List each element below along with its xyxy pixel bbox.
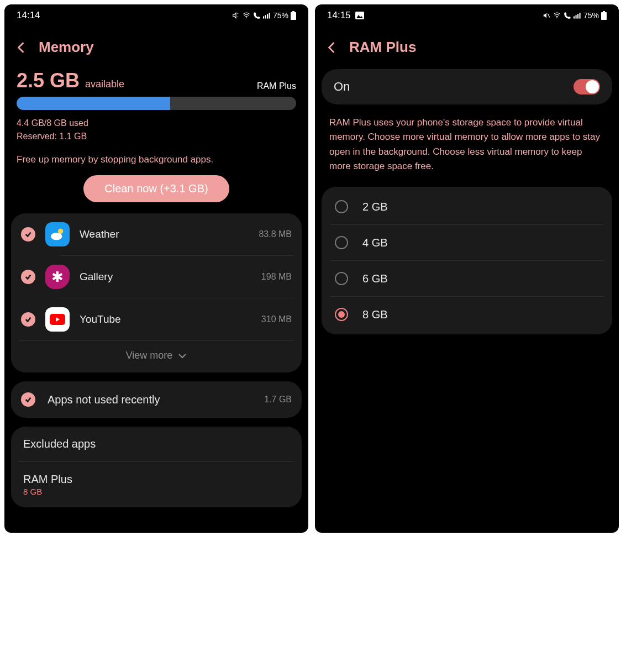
checkbox-icon[interactable]	[21, 270, 35, 284]
svg-rect-19	[601, 12, 607, 20]
call-icon	[253, 12, 261, 19]
app-name: Gallery	[80, 271, 251, 283]
svg-rect-1	[263, 16, 264, 18]
memory-hint: Free up memory by stopping background ap…	[17, 154, 296, 165]
battery-icon	[601, 11, 607, 20]
apps-card: Weather 83.8 MB ✱ Gallery 198 MB YouTube…	[11, 213, 302, 372]
status-bar: 14:14 75%	[4, 4, 308, 23]
setting-excluded-apps[interactable]: Excluded apps	[19, 427, 294, 461]
phone-ramplus: 14:15 75% RAM Plus On RAM Plus uses your…	[315, 4, 619, 533]
weather-icon	[45, 222, 70, 246]
memory-used-text: 4.4 GB/8 GB used	[17, 117, 296, 130]
back-button[interactable]	[327, 41, 339, 54]
radio-option-6gb[interactable]: 6 GB	[330, 261, 603, 297]
settings-card: Excluded apps RAM Plus 8 GB	[11, 427, 302, 507]
svg-rect-2	[265, 15, 266, 18]
app-size: 198 MB	[261, 272, 292, 282]
svg-rect-18	[603, 11, 605, 12]
memory-bar-fill	[17, 97, 170, 110]
ramplus-description: RAM Plus uses your phone's storage space…	[315, 116, 619, 187]
memory-bar	[17, 97, 296, 110]
svg-rect-6	[291, 12, 296, 20]
radio-icon	[335, 236, 348, 249]
radio-icon-selected	[335, 308, 348, 321]
call-icon	[564, 12, 571, 19]
back-button[interactable]	[17, 41, 29, 54]
radio-option-4gb[interactable]: 4 GB	[330, 225, 603, 261]
app-row-weather[interactable]: Weather 83.8 MB	[19, 213, 294, 255]
svg-rect-17	[579, 13, 580, 18]
page-title: RAM Plus	[349, 39, 416, 56]
status-time: 14:15	[327, 10, 351, 21]
app-row-youtube[interactable]: YouTube 310 MB	[19, 298, 294, 340]
battery-icon	[291, 11, 296, 20]
page-title: Memory	[39, 39, 94, 56]
svg-rect-5	[292, 11, 294, 12]
app-size: 310 MB	[261, 314, 292, 324]
youtube-icon	[45, 307, 70, 332]
mute-icon	[543, 12, 550, 19]
chevron-down-icon	[178, 353, 187, 359]
svg-rect-15	[575, 15, 576, 18]
svg-rect-14	[574, 16, 575, 18]
gallery-icon: ✱	[45, 265, 70, 289]
image-icon	[355, 12, 364, 19]
svg-rect-4	[269, 13, 270, 18]
phone-memory: 14:14 75% Memory 2.5 GB available RAM Pl…	[4, 4, 308, 533]
radio-icon	[335, 200, 348, 213]
not-used-card[interactable]: Apps not used recently 1.7 GB	[11, 381, 302, 418]
setting-ram-plus[interactable]: RAM Plus 8 GB	[19, 461, 294, 507]
svg-rect-3	[267, 14, 268, 18]
svg-point-0	[246, 17, 247, 18]
signal-icon	[574, 12, 581, 19]
checkbox-icon[interactable]	[21, 392, 35, 407]
app-size: 83.8 MB	[259, 229, 292, 239]
svg-point-8	[51, 233, 62, 240]
memory-reserved-text: Reserved: 1.1 GB	[17, 130, 296, 143]
radio-icon	[335, 272, 348, 285]
status-battery: 75%	[273, 11, 288, 20]
header: RAM Plus	[315, 23, 619, 69]
view-more-button[interactable]: View more	[19, 340, 294, 372]
radio-option-8gb[interactable]: 8 GB	[330, 297, 603, 332]
toggle-card[interactable]: On	[322, 69, 612, 104]
app-row-gallery[interactable]: ✱ Gallery 198 MB	[19, 256, 294, 298]
wifi-icon	[553, 12, 561, 19]
checkbox-icon[interactable]	[21, 312, 35, 327]
signal-icon	[263, 12, 271, 19]
svg-point-7	[58, 229, 63, 234]
not-used-size: 1.7 GB	[264, 395, 292, 405]
status-battery: 75%	[583, 11, 599, 20]
status-time: 14:14	[17, 10, 40, 21]
status-bar: 14:15 75%	[315, 4, 619, 23]
status-icons: 75%	[543, 11, 607, 20]
svg-point-13	[556, 17, 557, 18]
app-name: YouTube	[80, 313, 251, 326]
mute-icon	[232, 12, 240, 19]
clean-now-button[interactable]: Clean now (+3.1 GB)	[83, 175, 229, 202]
header: Memory	[4, 23, 308, 69]
svg-line-12	[548, 14, 550, 18]
svg-marker-9	[56, 317, 60, 322]
status-icons: 75%	[232, 11, 296, 20]
wifi-icon	[242, 12, 251, 19]
app-name: Weather	[80, 228, 249, 240]
toggle-switch[interactable]	[574, 79, 600, 95]
radio-options-card: 2 GB 4 GB 6 GB 8 GB	[322, 187, 612, 334]
radio-option-2gb[interactable]: 2 GB	[330, 189, 603, 225]
not-used-label: Apps not used recently	[48, 393, 254, 406]
svg-rect-16	[577, 14, 578, 18]
checkbox-icon[interactable]	[21, 227, 35, 242]
toggle-label: On	[334, 80, 350, 94]
